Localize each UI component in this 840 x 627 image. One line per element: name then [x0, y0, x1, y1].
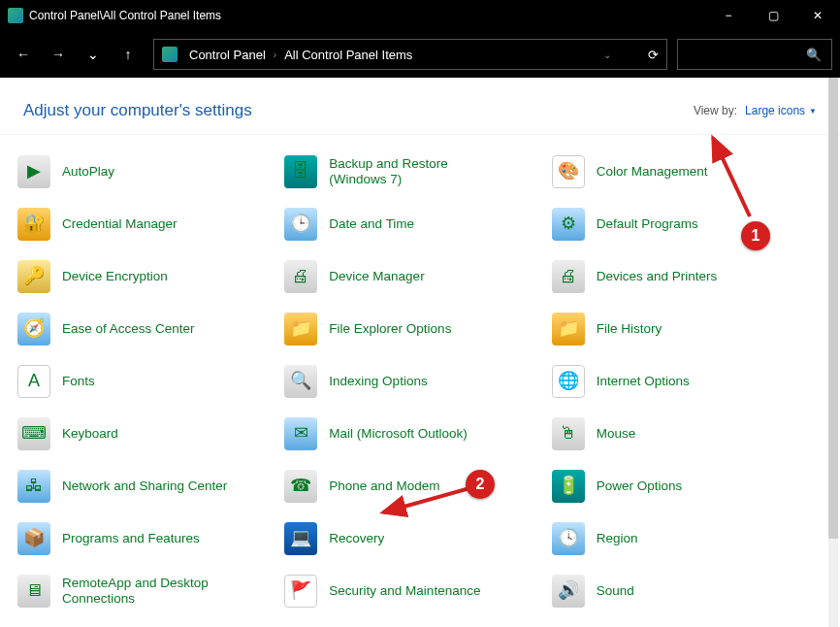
item-icon: 🕒	[284, 208, 317, 241]
back-button[interactable]: ←	[8, 39, 39, 70]
item-label: File History	[597, 321, 662, 337]
control-panel-item[interactable]: 🖱Mouse	[552, 416, 811, 451]
control-panel-item[interactable]: ⚙Default Programs	[552, 207, 811, 242]
control-panel-item[interactable]: 📁File Explorer Options	[284, 312, 543, 346]
item-icon: 🖧	[17, 470, 50, 503]
item-icon: 🎨	[552, 155, 585, 188]
address-bar[interactable]: Control Panel › All Control Panel Items …	[153, 39, 667, 70]
window-title: Control Panel\All Control Panel Items	[29, 9, 706, 22]
item-label: Region	[597, 531, 638, 546]
item-label: Fonts	[62, 374, 95, 389]
item-label: Sound	[597, 583, 634, 599]
control-panel-item[interactable]: 🖨Devices and Printers	[552, 259, 811, 294]
item-label: Credential Manager	[62, 216, 178, 232]
search-icon: 🔍	[806, 48, 822, 62]
item-icon: 🗄	[284, 155, 317, 188]
close-button[interactable]: ✕	[795, 0, 840, 31]
maximize-button[interactable]: ▢	[751, 0, 795, 31]
view-by-label: View by:	[694, 104, 737, 117]
item-icon: ⚙	[552, 208, 585, 241]
breadcrumb-0[interactable]: Control Panel	[189, 48, 266, 62]
control-panel-item[interactable]: 🕒Date and Time	[284, 207, 543, 242]
item-label: Device Manager	[329, 269, 424, 284]
item-icon: 🔍	[284, 365, 317, 398]
item-icon: 🖥	[17, 575, 50, 608]
control-panel-item[interactable]: 📦Programs and Features	[17, 521, 276, 556]
content-area: Adjust your computer's settings View by:…	[0, 78, 840, 627]
control-panel-item[interactable]: 💻Recovery	[284, 521, 543, 556]
control-panel-item[interactable]: 🕓Region	[552, 521, 811, 556]
item-icon: 🔐	[17, 208, 50, 241]
scrollbar[interactable]	[828, 78, 838, 627]
control-panel-item[interactable]: 🖧Network and Sharing Center	[17, 469, 276, 504]
recent-button[interactable]: ⌄	[78, 39, 109, 70]
annotation-arrow-1	[694, 124, 771, 231]
control-panel-item[interactable]: ✉Mail (Microsoft Outlook)	[284, 416, 543, 451]
control-panel-item[interactable]: 🔍Indexing Options	[284, 364, 543, 399]
item-icon: 🖨	[552, 260, 585, 293]
control-panel-item[interactable]: 🗄Backup and Restore (Windows 7)	[284, 154, 543, 189]
item-icon: 🔊	[552, 575, 585, 608]
up-button[interactable]: ↑	[113, 39, 144, 70]
item-icon: ▶	[17, 155, 50, 188]
item-label: Device Encryption	[62, 269, 168, 284]
item-icon: 🕓	[552, 522, 585, 555]
view-by-dropdown[interactable]: Large icons ▼	[745, 104, 817, 117]
caret-down-icon: ▼	[809, 107, 817, 116]
item-icon: 🖱	[552, 417, 585, 450]
forward-button[interactable]: →	[43, 39, 74, 70]
item-label: Mail (Microsoft Outlook)	[329, 426, 468, 442]
control-panel-item[interactable]: 🖨Device Manager	[284, 259, 543, 294]
item-icon: ☎	[284, 470, 317, 503]
item-icon: 🚩	[284, 575, 317, 608]
item-label: Mouse	[597, 426, 636, 442]
item-label: Programs and Features	[62, 531, 200, 546]
item-icon: 📦	[17, 522, 50, 555]
control-panel-item[interactable]: 📁File History	[552, 312, 811, 346]
search-input[interactable]: 🔍	[677, 39, 832, 70]
page-title: Adjust your computer's settings	[23, 101, 694, 120]
item-label: Recovery	[329, 531, 384, 546]
control-panel-item[interactable]: 🔑Device Encryption	[17, 259, 276, 294]
item-label: Power Options	[597, 478, 683, 494]
item-label: Devices and Printers	[597, 269, 718, 284]
chevron-right-icon: ›	[274, 50, 276, 60]
control-panel-item[interactable]: AFonts	[17, 364, 276, 399]
control-panel-item[interactable]: 🔋Power Options	[552, 469, 811, 504]
item-label: Indexing Options	[329, 374, 427, 389]
item-icon: 🧭	[17, 313, 50, 346]
item-label: Backup and Restore (Windows 7)	[329, 156, 503, 187]
control-panel-item[interactable]: 🌐Internet Options	[552, 364, 811, 399]
item-icon: ⌨	[17, 417, 50, 450]
item-icon: 🔋	[552, 470, 585, 503]
item-label: RemoteApp and Desktop Connections	[62, 576, 237, 607]
scrollbar-thumb[interactable]	[828, 78, 838, 539]
control-panel-item[interactable]: 🔊Sound	[552, 574, 811, 609]
control-panel-item[interactable]: 🧭Ease of Access Center	[17, 312, 276, 346]
item-icon: ✉	[284, 417, 317, 450]
control-panel-item[interactable]: 🖥RemoteApp and Desktop Connections	[17, 574, 276, 609]
item-icon: 🌐	[552, 365, 585, 398]
breadcrumb-1[interactable]: All Control Panel Items	[284, 48, 412, 62]
item-label: Date and Time	[329, 216, 414, 232]
item-label: Keyboard	[62, 426, 118, 442]
control-panel-item[interactable]: 🚩Security and Maintenance	[284, 574, 543, 609]
refresh-button[interactable]: ⟳	[648, 48, 659, 62]
item-icon: 🖨	[284, 260, 317, 293]
control-panel-item[interactable]: ⌨Keyboard	[17, 416, 276, 451]
item-icon: 💻	[284, 522, 317, 555]
address-icon	[162, 47, 178, 62]
item-label: AutoPlay	[62, 164, 114, 180]
annotation-badge-2: 2	[466, 470, 495, 499]
item-icon: 📁	[284, 313, 317, 346]
control-panel-item[interactable]: 🎨Color Management	[552, 154, 811, 189]
item-icon: 📁	[552, 313, 585, 346]
item-label: Ease of Access Center	[62, 321, 195, 337]
chevron-down-icon[interactable]: ⌄	[603, 50, 611, 60]
item-label: File Explorer Options	[329, 321, 451, 337]
item-label: Network and Sharing Center	[62, 478, 227, 494]
control-panel-item[interactable]: ▶AutoPlay	[17, 154, 276, 189]
item-icon: 🔑	[17, 260, 50, 293]
minimize-button[interactable]: −	[706, 0, 751, 31]
control-panel-item[interactable]: 🔐Credential Manager	[17, 207, 276, 242]
